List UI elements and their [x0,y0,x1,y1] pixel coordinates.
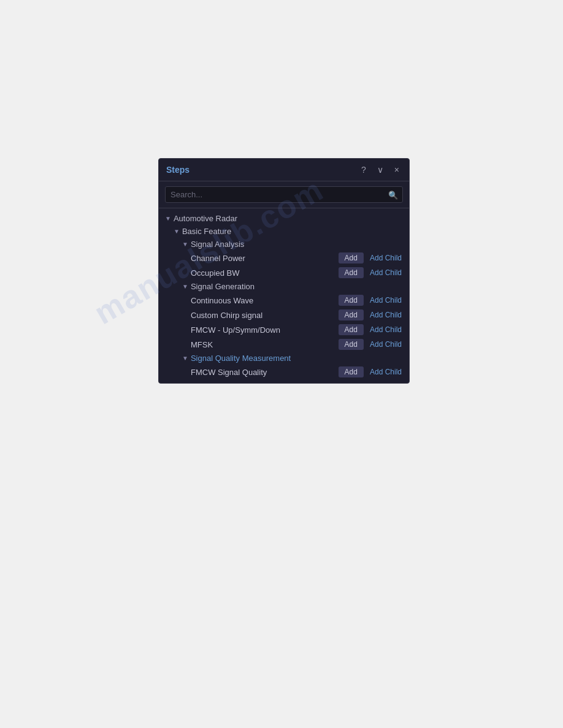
continuous-wave-add-button[interactable]: Add [339,295,364,306]
occupied-bw-add-child-button[interactable]: Add Child [367,267,404,278]
fmcw-signal-quality-add-button[interactable]: Add [339,366,364,377]
mfsk-add-child-button[interactable]: Add Child [367,339,404,350]
tree-container: ▼ Automotive Radar ▼ Basic Feature ▼ Sig… [159,208,409,383]
signal-analysis-label: Signal Analysis [191,240,244,249]
tree-row: ▼ Automotive Radar [165,214,409,223]
tree-item-mfsk[interactable]: MFSK Add Add Child [159,337,409,352]
tree-row: Occupied BW Add Add Child [191,267,409,278]
custom-chirp-add-button[interactable]: Add [339,309,364,320]
tree-actions: Add Add Child [339,309,404,320]
occupied-bw-label: Occupied BW [191,268,239,278]
tree-actions: Add Add Child [339,366,404,377]
tree-item-continuous-wave[interactable]: Continuous Wave Add Add Child [159,293,409,308]
dialog-controls: ? ∨ × [359,164,402,176]
fmcw-up-symm-down-label: FMCW - Up/Symm/Down [191,325,280,335]
tree-item-fmcw-signal-quality[interactable]: FMCW Signal Quality Add Add Child [159,365,409,379]
tree-row: FMCW - Up/Symm/Down Add Add Child [191,324,409,335]
minimize-button[interactable]: ∨ [375,164,386,176]
tree-row: ▼ Signal Analysis [182,240,409,249]
close-button[interactable]: × [392,164,402,176]
continuous-wave-label: Continuous Wave [191,296,253,305]
tree-item-fmcw-up-symm-down[interactable]: FMCW - Up/Symm/Down Add Add Child [159,322,409,337]
chevron-icon: ▼ [174,228,180,235]
tree-item-signal-generation[interactable]: ▼ Signal Generation [159,280,409,293]
dialog-header: Steps ? ∨ × [159,159,409,181]
tree-actions: Add Add Child [339,267,404,278]
help-button[interactable]: ? [359,164,369,176]
tree-actions: Add Add Child [339,295,404,306]
tree-row: FMCW Signal Quality Add Add Child [191,366,409,377]
continuous-wave-add-child-button[interactable]: Add Child [367,295,404,306]
search-icon: 🔍 [388,190,398,199]
tree-item-custom-chirp[interactable]: Custom Chirp signal Add Add Child [159,308,409,322]
channel-power-add-button[interactable]: Add [339,252,364,264]
mfsk-label: MFSK [191,340,213,349]
tree-row: Custom Chirp signal Add Add Child [191,309,409,320]
chevron-icon: ▼ [182,283,188,290]
tree-item-channel-power[interactable]: Channel Power Add Add Child [159,251,409,265]
tree-item-automotive-radar[interactable]: ▼ Automotive Radar [159,212,409,225]
tree-row: Channel Power Add Add Child [191,252,409,264]
automotive-radar-label: Automotive Radar [174,214,237,223]
search-container: 🔍 [159,181,409,208]
channel-power-add-child-button[interactable]: Add Child [367,252,404,264]
chevron-icon: ▼ [182,355,188,362]
tree-item-signal-quality-measurement[interactable]: ▼ Signal Quality Measurement [159,352,409,365]
channel-power-label: Channel Power [191,254,245,263]
fmcw-signal-quality-add-child-button[interactable]: Add Child [367,366,404,377]
mfsk-add-button[interactable]: Add [339,339,364,350]
tree-row: ▼ Signal Generation [182,282,409,291]
search-input[interactable] [165,186,403,203]
occupied-bw-add-button[interactable]: Add [339,267,364,278]
tree-item-basic-feature[interactable]: ▼ Basic Feature [159,225,409,238]
fmcw-up-symm-down-add-button[interactable]: Add [339,324,364,335]
tree-row: MFSK Add Add Child [191,339,409,350]
custom-chirp-label: Custom Chirp signal [191,311,262,320]
chevron-icon: ▼ [165,215,171,222]
steps-dialog: Steps ? ∨ × 🔍 ▼ Automotive Radar ▼ [158,158,410,384]
tree-actions: Add Add Child [339,324,404,335]
tree-row: ▼ Signal Quality Measurement [182,354,409,363]
tree-item-occupied-bw[interactable]: Occupied BW Add Add Child [159,265,409,280]
basic-feature-label: Basic Feature [182,227,231,236]
custom-chirp-add-child-button[interactable]: Add Child [367,309,404,320]
tree-actions: Add Add Child [339,339,404,350]
chevron-icon: ▼ [182,241,188,248]
signal-generation-label: Signal Generation [191,282,255,291]
tree-item-signal-analysis[interactable]: ▼ Signal Analysis [159,238,409,251]
dialog-title: Steps [166,165,190,175]
fmcw-signal-quality-label: FMCW Signal Quality [191,368,267,377]
signal-quality-measurement-label: Signal Quality Measurement [191,354,291,363]
tree-actions: Add Add Child [339,252,404,264]
tree-row: Continuous Wave Add Add Child [191,295,409,306]
fmcw-up-symm-down-add-child-button[interactable]: Add Child [367,324,404,335]
tree-row: ▼ Basic Feature [174,227,409,236]
